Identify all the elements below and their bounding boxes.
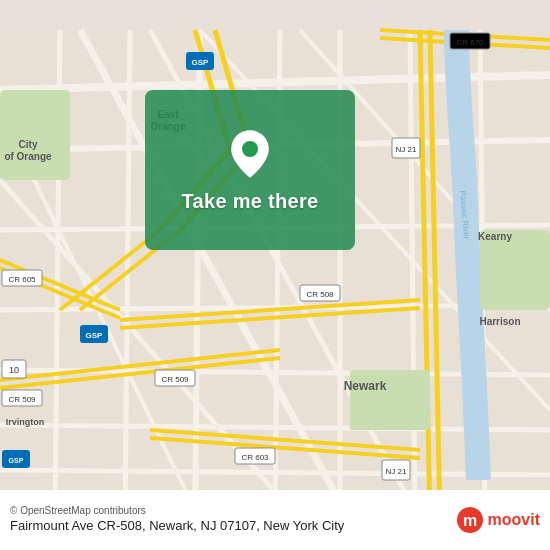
svg-text:10: 10 [9, 365, 19, 375]
svg-text:GSP: GSP [192, 58, 210, 67]
svg-text:m: m [462, 512, 476, 529]
svg-text:of Orange: of Orange [4, 151, 52, 162]
svg-text:Kearny: Kearny [478, 231, 512, 242]
svg-point-84 [242, 141, 258, 157]
moovit-brand-name: moovit [488, 511, 540, 529]
svg-text:GSP: GSP [9, 457, 24, 464]
svg-text:CR 509: CR 509 [8, 395, 36, 404]
svg-text:Harrison: Harrison [479, 316, 520, 327]
svg-text:City: City [19, 139, 38, 150]
svg-text:GSP: GSP [86, 331, 104, 340]
svg-text:CR 509: CR 509 [161, 375, 189, 384]
map-container: GSP GSP CR 670 CR 605 CR 508 CR 509 CR 5… [0, 0, 550, 550]
svg-text:Newark: Newark [344, 379, 387, 393]
moovit-logo: m moovit [456, 506, 540, 534]
address-text: Fairmount Ave CR-508, Newark, NJ 07107, … [10, 518, 344, 535]
svg-text:CR 670: CR 670 [456, 38, 484, 47]
location-overlay: Take me there [145, 90, 355, 250]
location-pin-icon [228, 128, 272, 180]
svg-rect-40 [480, 230, 550, 310]
osm-attribution: © OpenStreetMap contributors [10, 505, 344, 516]
bottom-bar: © OpenStreetMap contributors Fairmount A… [0, 490, 550, 550]
svg-text:CR 605: CR 605 [8, 275, 36, 284]
svg-text:NJ 21: NJ 21 [386, 467, 407, 476]
moovit-logo-icon: m [456, 506, 484, 534]
svg-rect-39 [0, 90, 70, 180]
svg-text:CR 603: CR 603 [241, 453, 269, 462]
bottom-left-info: © OpenStreetMap contributors Fairmount A… [10, 505, 344, 535]
svg-text:NJ 21: NJ 21 [396, 145, 417, 154]
map-background: GSP GSP CR 670 CR 605 CR 508 CR 509 CR 5… [0, 0, 550, 550]
take-me-there-button[interactable]: Take me there [182, 190, 319, 213]
svg-text:Irvington: Irvington [6, 417, 45, 427]
svg-text:CR 508: CR 508 [306, 290, 334, 299]
